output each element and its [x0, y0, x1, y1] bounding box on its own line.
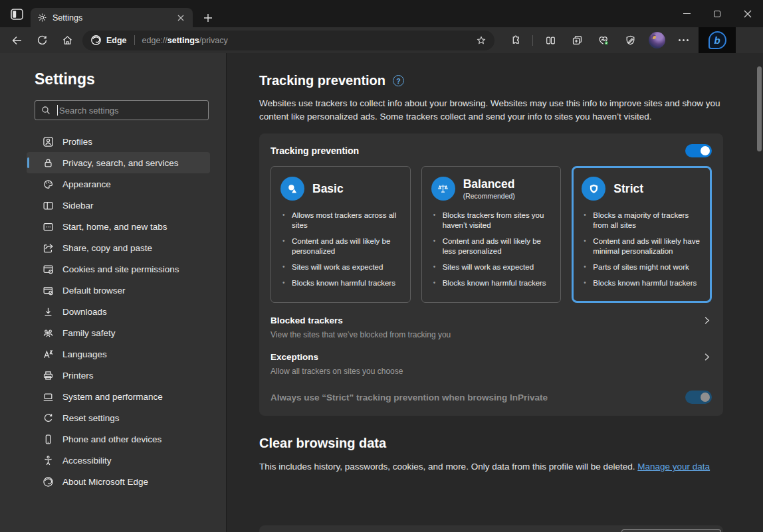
card-basic-bullets: Allows most trackers across all sites Co…: [280, 211, 401, 288]
lock-icon: [43, 157, 54, 169]
toolbar-divider: [532, 35, 533, 46]
sidebar-item-printers[interactable]: Printers: [27, 365, 210, 386]
collections-icon[interactable]: [566, 31, 588, 50]
tracking-prevention-panel: Tracking prevention Basic: [259, 133, 723, 416]
search-icon: [41, 105, 51, 116]
section-title-clear-data: Clear browsing data: [259, 436, 723, 451]
card-balanced-bullets: Blocks trackers from sites you haven’t v…: [431, 211, 552, 288]
gear-icon: [37, 13, 47, 23]
search-settings-box[interactable]: [35, 100, 209, 120]
shield-icon: [582, 177, 605, 201]
home-button[interactable]: [57, 31, 77, 50]
search-input[interactable]: [58, 106, 203, 116]
sidebar-item-appearance[interactable]: Appearance: [27, 173, 210, 195]
settings-nav: Profiles Privacy, search, and services A…: [27, 131, 210, 492]
chevron-right-icon: [702, 352, 712, 362]
clear-data-button-partial[interactable]: [621, 529, 721, 532]
chip-divider: [134, 35, 135, 45]
manage-your-data-link[interactable]: Manage your data: [637, 462, 710, 472]
favorite-star-icon[interactable]: [476, 35, 487, 46]
sidebar-item-about-edge[interactable]: About Microsoft Edge: [27, 471, 210, 492]
edge-logo-icon: [90, 35, 102, 46]
close-icon: [744, 10, 752, 18]
browser-toolbar: Edge edge://settings/privacy: [0, 27, 763, 53]
tracking-toggle-label: Tracking prevention: [271, 145, 359, 156]
family-icon: [43, 327, 54, 339]
title-bar: Settings: [0, 0, 763, 27]
inprivate-strict-toggle[interactable]: [685, 391, 712, 404]
profiles-icon: [43, 136, 54, 147]
sidebar-item-phone[interactable]: Phone and other devices: [27, 428, 210, 450]
sidebar-item-family-safety[interactable]: Family safety: [27, 322, 210, 343]
refresh-button[interactable]: [32, 31, 52, 50]
browser-tab-settings[interactable]: Settings: [31, 8, 193, 27]
sidebar-item-profiles[interactable]: Profiles: [27, 131, 210, 152]
card-strict-title: Strict: [613, 183, 643, 195]
card-basic-title: Basic: [312, 183, 344, 195]
settings-more-icon[interactable]: [672, 31, 695, 50]
section-title-tracking: Tracking prevention: [259, 73, 385, 88]
tracking-description: Websites use trackers to collect info ab…: [259, 97, 720, 124]
settings-sidebar: Settings Profiles Privacy, search, and s…: [0, 53, 226, 532]
sidebar-item-share[interactable]: Share, copy and paste: [27, 237, 210, 258]
browser-essentials-icon[interactable]: [592, 31, 615, 50]
minimize-icon: [683, 13, 691, 14]
sidebar-item-cookies[interactable]: Cookies and site permissions: [27, 258, 210, 280]
sidebar-item-accessibility[interactable]: Accessibility: [27, 450, 210, 471]
card-balanced[interactable]: Balanced (Recommended) Blocks trackers f…: [421, 166, 562, 303]
cookies-icon: [43, 264, 54, 275]
shield-pen-icon[interactable]: [619, 31, 641, 50]
tab-workspaces-icon[interactable]: [9, 7, 25, 21]
bing-copilot-icon[interactable]: b: [708, 31, 726, 49]
accessibility-icon: [43, 455, 54, 466]
card-strict[interactable]: Strict Blocks a majority of trackers fro…: [572, 166, 712, 303]
extensions-icon[interactable]: [504, 31, 526, 50]
default-browser-icon: [43, 285, 54, 296]
card-basic[interactable]: Basic Allows most trackers across all si…: [271, 166, 411, 303]
help-icon[interactable]: ?: [393, 75, 404, 86]
settings-main: Tracking prevention ? Websites use track…: [226, 53, 763, 532]
start-home-icon: [43, 221, 54, 232]
address-bar[interactable]: Edge edge://settings/privacy: [82, 31, 494, 50]
shapes-icon: [280, 177, 304, 201]
new-tab-button[interactable]: [199, 9, 217, 27]
split-screen-icon[interactable]: [539, 31, 562, 50]
edge-logo-icon: [43, 476, 54, 488]
sidebar-layout-icon: [43, 200, 54, 211]
exceptions-label: Exceptions: [271, 352, 318, 362]
blocked-trackers-desc: View the sites that we’ve blocked from t…: [271, 330, 712, 339]
sidebar-item-start-home[interactable]: Start, home, and new tabs: [27, 216, 210, 237]
ellipsis-icon: [679, 39, 689, 41]
maximize-button[interactable]: [702, 0, 732, 27]
palette-icon: [43, 179, 54, 190]
close-button[interactable]: [732, 0, 763, 27]
maximize-icon: [714, 11, 720, 17]
copilot-area: b: [699, 27, 736, 53]
card-strict-bullets: Blocks a majority of trackers from all s…: [582, 211, 702, 288]
back-button[interactable]: [7, 31, 27, 50]
page-content: Settings Profiles Privacy, search, and s…: [0, 53, 763, 532]
clear-data-panel-partial: [259, 525, 723, 532]
profile-avatar[interactable]: [645, 31, 668, 50]
share-icon: [43, 242, 54, 254]
tracking-prevention-toggle[interactable]: [685, 144, 712, 157]
toolbar-actions: [504, 31, 695, 50]
laptop-icon: [43, 391, 54, 402]
clear-data-description: This includes history, passwords, cookie…: [259, 460, 720, 474]
exceptions-row[interactable]: Exceptions Allow all trackers on sites y…: [271, 352, 712, 376]
sidebar-item-downloads[interactable]: Downloads: [27, 301, 210, 322]
minimize-button[interactable]: [671, 0, 702, 27]
sidebar-item-languages[interactable]: Languages: [27, 343, 210, 365]
sidebar-item-default-browser[interactable]: Default browser: [27, 280, 210, 301]
sidebar-item-system[interactable]: System and performance: [27, 386, 210, 407]
avatar-image: [649, 32, 665, 48]
tab-title: Settings: [53, 13, 170, 23]
sidebar-item-privacy[interactable]: Privacy, search, and services: [27, 152, 210, 173]
sidebar-item-reset[interactable]: Reset settings: [27, 407, 210, 428]
window-controls: [671, 0, 763, 27]
scrollbar-thumb[interactable]: [757, 66, 762, 151]
tab-close-icon[interactable]: [175, 13, 186, 23]
blocked-trackers-row[interactable]: Blocked trackers View the sites that we’…: [271, 315, 712, 339]
sidebar-item-sidebar[interactable]: Sidebar: [27, 195, 210, 216]
balance-scales-icon: [431, 177, 455, 201]
